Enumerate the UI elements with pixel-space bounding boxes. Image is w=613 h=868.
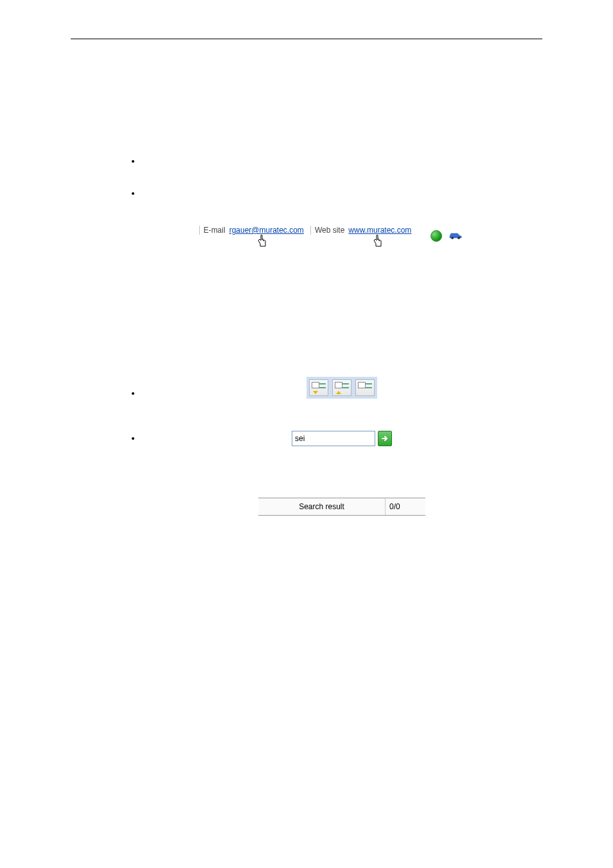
email-link[interactable]: rgauer@muratec.com	[229, 226, 304, 235]
result-label: Search result	[258, 498, 386, 515]
list-item: Search result 0/0	[141, 431, 542, 516]
contact-links-row: E-mail rgauer@muratec.com Web site www.m…	[116, 219, 542, 242]
list-item	[141, 155, 542, 168]
search-input[interactable]	[292, 431, 375, 446]
list-item	[141, 377, 542, 399]
search-row	[292, 431, 392, 446]
import-export-button[interactable]	[309, 379, 328, 396]
phone-icon[interactable]	[431, 230, 442, 242]
search-result-bar: Search result 0/0	[258, 498, 425, 516]
bullet-list-mid: Search result 0/0	[116, 377, 542, 516]
email-label: E-mail	[204, 226, 226, 235]
bullet-list-top	[116, 155, 542, 199]
svg-point-0	[451, 237, 454, 239]
website-link[interactable]: www.muratec.com	[348, 226, 411, 235]
import-export-button[interactable]	[332, 379, 351, 396]
website-field-group: Web site www.muratec.com	[310, 226, 412, 235]
header-rule	[71, 39, 542, 39]
email-field-group: E-mail rgauer@muratec.com	[199, 226, 304, 235]
list-item	[141, 187, 542, 200]
search-go-button[interactable]	[378, 431, 392, 446]
hand-cursor-icon	[257, 235, 267, 246]
toolbar-strip	[306, 377, 377, 399]
website-label: Web site	[315, 226, 344, 235]
car-icon[interactable]	[449, 231, 459, 241]
svg-point-1	[458, 237, 460, 239]
import-export-button[interactable]	[355, 379, 375, 396]
result-count: 0/0	[386, 498, 425, 515]
hand-cursor-icon	[373, 235, 383, 246]
